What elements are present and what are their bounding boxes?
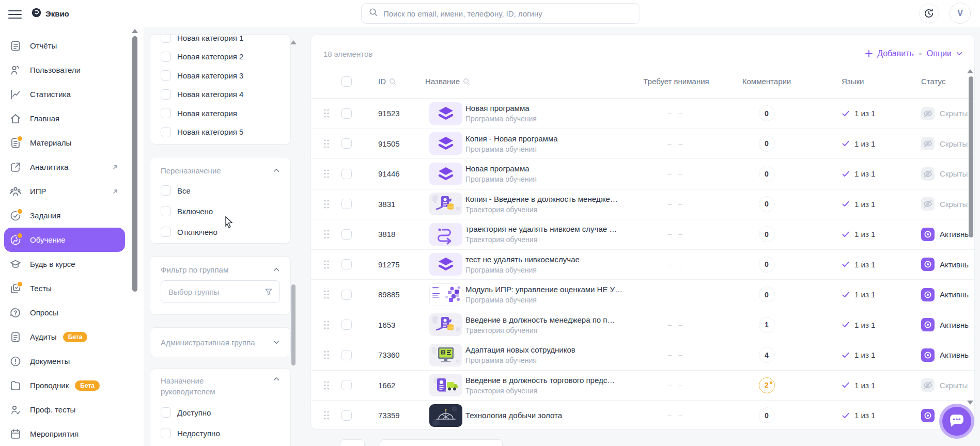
checkbox[interactable] xyxy=(161,428,171,438)
checkbox[interactable] xyxy=(161,52,171,62)
sidebar-item-reports[interactable]: Отчёты xyxy=(4,34,125,58)
options-button[interactable]: Опции xyxy=(927,49,963,58)
row-checkbox[interactable] xyxy=(341,350,352,360)
table-row[interactable]: 91446Новая программаПрограмма обучения– … xyxy=(311,159,974,189)
sidebar-item-events[interactable]: Мероприятия xyxy=(4,422,125,446)
sidebar-item-tasks[interactable]: Задания xyxy=(4,203,125,228)
checkbox[interactable] xyxy=(161,206,171,216)
program-stack-icon[interactable] xyxy=(429,132,462,155)
reassignment-option[interactable]: Включено xyxy=(161,201,280,221)
chevron-down-icon[interactable] xyxy=(273,339,280,346)
checkbox[interactable] xyxy=(161,34,171,43)
sidebar-item-materials[interactable]: Материалы xyxy=(4,131,125,155)
table-row[interactable]: 3831Копия - Введение в должность менедже… xyxy=(311,189,974,220)
sidebar-item-statistics[interactable]: Статистика xyxy=(4,82,125,106)
table-row[interactable]: 3818траектория не удалять нивкоем случае… xyxy=(311,219,974,250)
drag-handle-icon[interactable] xyxy=(311,410,341,420)
row-name[interactable]: Копия - Новая программаПрограмма обучени… xyxy=(465,134,625,153)
category-option[interactable]: Новая категория 5 xyxy=(161,123,280,142)
sidebar-item-surveys[interactable]: Опросы xyxy=(4,300,125,325)
row-checkbox[interactable] xyxy=(341,320,352,330)
truck-doc-image[interactable] xyxy=(429,374,462,396)
row-checkbox[interactable] xyxy=(341,259,352,269)
row-name[interactable]: тест не удалять нивкоемслучаеПрограмма о… xyxy=(465,255,625,274)
row-checkbox[interactable] xyxy=(341,410,352,421)
global-search-input[interactable]: Поиск по email, имени, телефону, ID, лог… xyxy=(361,3,640,24)
program-stack-icon[interactable] xyxy=(429,253,462,276)
category-option[interactable]: Новая категория 1 xyxy=(161,34,280,47)
checkbox[interactable] xyxy=(161,227,171,237)
checkbox[interactable] xyxy=(161,70,171,81)
sidebar-item-analytics[interactable]: Аналитика xyxy=(4,155,125,179)
sidebar-item-home[interactable]: Главная xyxy=(4,106,125,131)
status-badge[interactable]: Скрыты xyxy=(893,107,974,120)
drag-handle-icon[interactable] xyxy=(311,169,341,179)
drag-handle-icon[interactable] xyxy=(311,290,341,299)
row-checkbox[interactable] xyxy=(341,169,352,179)
filters-scrollbar[interactable] xyxy=(291,284,295,365)
drag-handle-icon[interactable] xyxy=(311,260,341,269)
filters-scroll-up-icon[interactable] xyxy=(290,40,297,44)
drag-handle-icon[interactable] xyxy=(311,108,341,118)
category-option[interactable]: Новая категория 2 xyxy=(161,47,280,67)
status-badge[interactable]: Скрыты xyxy=(893,378,974,392)
table-row[interactable]: 1662Введение в должность торгового предс… xyxy=(311,371,974,401)
comments-badge[interactable]: 0 xyxy=(759,136,775,152)
category-option[interactable]: Новая категория 3 xyxy=(161,66,280,85)
table-row[interactable]: 73360Адаптация новых сотрудниковПрограмм… xyxy=(311,340,974,371)
filter-card-admin-group[interactable]: Административная группа xyxy=(150,327,291,357)
comments-badge[interactable]: 2 xyxy=(759,377,775,393)
table-row[interactable]: 91275тест не удалять нивкоемслучаеПрогра… xyxy=(311,250,974,280)
status-badge[interactable]: Активны xyxy=(893,258,974,271)
manager-assignment-option[interactable]: Доступно xyxy=(161,402,280,423)
dark-mine-image[interactable] xyxy=(429,404,462,427)
equio-logo[interactable]: Эквио xyxy=(31,7,69,20)
status-badge[interactable]: Скрыты xyxy=(893,137,974,150)
sidebar-item-explorer[interactable]: ПроводникБета xyxy=(4,373,125,397)
history-icon[interactable] xyxy=(919,4,939,23)
sidebar-item-ipr[interactable]: ИПР xyxy=(4,179,125,203)
group-select-input[interactable]: Выбор группы xyxy=(161,280,280,303)
drag-handle-icon[interactable] xyxy=(311,350,341,360)
status-badge[interactable]: Активны xyxy=(893,348,974,362)
page-size-select[interactable]: 20 Н xyxy=(380,439,503,446)
comments-badge[interactable]: 0 xyxy=(759,286,775,302)
table-scroll-up-icon[interactable] xyxy=(967,69,973,73)
sidebar-item-documents[interactable]: Документы xyxy=(4,349,125,373)
row-name[interactable]: Модуль ИПР: управление оценками НЕ У…Про… xyxy=(465,285,625,304)
row-name[interactable]: Технология добычи золота xyxy=(465,411,625,420)
comments-badge[interactable]: 0 xyxy=(759,196,775,212)
doc-coins-image[interactable] xyxy=(429,313,462,336)
table-scroll-down-icon[interactable] xyxy=(967,401,973,405)
doc-coins-image[interactable] xyxy=(429,193,462,215)
sidebar-item-courses[interactable]: Будь в курсе xyxy=(4,252,125,276)
table-row[interactable]: 73359Технология добычи золота– –01 из 1А… xyxy=(311,401,974,429)
checkbox[interactable] xyxy=(161,407,171,418)
status-badge[interactable]: Скрыты xyxy=(893,197,974,211)
comments-badge[interactable]: 4 xyxy=(759,347,775,363)
row-checkbox[interactable] xyxy=(341,199,352,209)
status-badge[interactable]: Активны xyxy=(893,228,974,241)
checkbox[interactable] xyxy=(161,108,171,118)
row-checkbox[interactable] xyxy=(341,290,352,300)
sidebar-item-prof-tests[interactable]: Проф. тесты xyxy=(4,397,125,422)
chat-button[interactable] xyxy=(939,404,974,439)
category-option[interactable]: Новая категория 4 xyxy=(161,85,280,104)
drag-handle-icon[interactable] xyxy=(311,199,341,209)
page-button[interactable]: 1 xyxy=(340,439,365,446)
program-stack-icon[interactable] xyxy=(429,102,462,125)
chevron-up-icon[interactable] xyxy=(273,375,280,383)
sidebar-item-users[interactable]: Пользователи xyxy=(4,58,125,82)
row-name[interactable]: Копия - Введение в должность менедже…Тра… xyxy=(465,195,625,214)
status-badge[interactable]: Активны xyxy=(893,318,974,331)
program-stack-icon[interactable] xyxy=(429,163,462,185)
drag-handle-icon[interactable] xyxy=(311,320,341,330)
sidebar-item-learning[interactable]: Обучение xyxy=(4,228,125,252)
drag-handle-icon[interactable] xyxy=(311,229,341,239)
row-checkbox[interactable] xyxy=(341,229,352,240)
status-badge[interactable]: Активны xyxy=(893,288,974,301)
row-checkbox[interactable] xyxy=(341,138,352,149)
row-name[interactable]: Адаптация новых сотрудниковПрограмма обу… xyxy=(465,345,625,364)
route-icon[interactable] xyxy=(429,223,462,246)
comments-badge[interactable]: 0 xyxy=(759,257,775,273)
